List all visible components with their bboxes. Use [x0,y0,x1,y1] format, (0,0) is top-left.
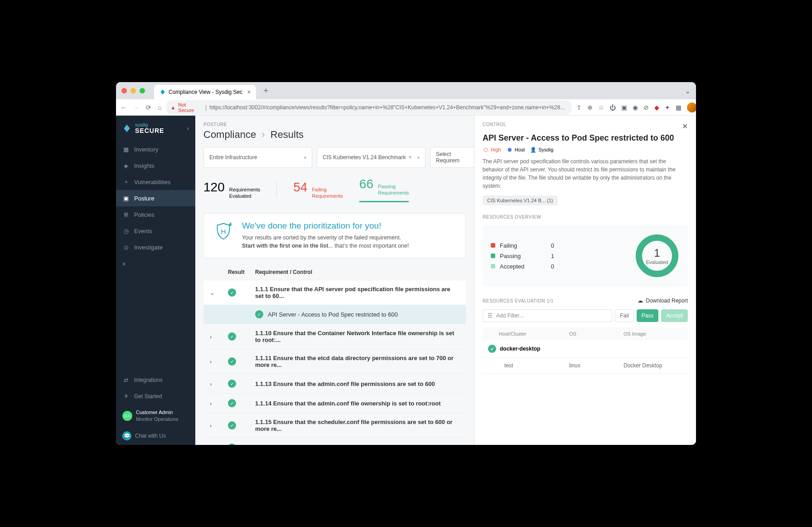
table-row[interactable]: › ✓ 1.1.15 Ensure that the scheduler.con… [203,413,466,438]
expand-icon[interactable]: › [210,333,228,340]
expand-icon[interactable]: › [210,444,228,445]
share-icon[interactable]: ⇧ [576,104,582,111]
resource-type-badge: ⬢Host [507,146,525,153]
table-row[interactable]: › ✓ 1.1.14 Ensure that the admin.conf fi… [203,393,466,413]
forward-icon[interactable]: → [133,104,140,111]
sidebar-item-label: Vulnerabilities [134,179,170,185]
ext3-icon[interactable]: ◉ [633,104,638,111]
sidebar-item-policies[interactable]: ⛨Policies [116,206,195,223]
requirement-text: 1.1.15 Ensure that the scheduler.conf fi… [255,419,459,432]
results-table-head: Result Requirement / Control [203,264,466,280]
zone-filter[interactable]: Entire Infrastructure▾ [203,147,312,168]
sysdig-favicon-icon [160,89,166,95]
install-icon[interactable]: ⊕ [587,104,593,111]
user-sub: Monitor Operations [136,416,179,422]
table-row[interactable]: › ✓ 1.1.13 Ensure that the admin.conf fi… [203,374,466,393]
filter-value: Entire Infrastructure [209,154,257,161]
sidebar-item-label: Get Started [134,393,162,400]
sidebar-item-integrations[interactable]: ⇄Integrations [116,372,195,388]
ext2-icon[interactable]: ▣ [621,104,627,111]
logo[interactable]: sysdig SECURE › [116,116,195,141]
control-subrow[interactable]: ✓ API Server - Access to Pod Spec restri… [203,305,466,324]
sidebar-item-investigate[interactable]: ⊙Investigate [116,239,195,255]
resources-overview: Failing0 Passing1 Accepted0 1Evaluated [483,225,688,287]
sidebar-collapse-icon[interactable]: › [187,125,189,132]
close-window-icon[interactable] [121,88,127,93]
extensions-icon[interactable]: ✦ [665,104,670,111]
download-report-button[interactable]: ☁Download Report [638,298,688,304]
stat-failing[interactable]: 54 FailingRequirements [293,180,343,200]
eval-row[interactable]: ✓docker-desktop [483,340,688,358]
eval-table-head: Host/Cluster OS OS Image [483,327,688,340]
posture-icon: ▣ [122,195,130,202]
collapse-toggle[interactable]: « [116,255,195,272]
table-row[interactable]: ⌄ ✓ 1.1.1 Ensure that the API server pod… [203,280,466,305]
panel-title: API Server - Access to Pod Spec restrict… [483,133,688,143]
expand-icon[interactable]: › [210,381,228,387]
sidebar-item-inventory[interactable]: ▦Inventory [116,141,195,157]
prioritization-banner: H We've done the prioritization for you!… [203,213,466,259]
table-row[interactable]: › ✓ 1.1.16 Ensure that the scheduler.con… [203,438,466,445]
ext6-icon[interactable]: ▦ [676,104,682,111]
expand-icon[interactable]: › [210,400,228,407]
filter-icon: ☰ [488,312,493,319]
policy-chip[interactable]: CIS Kubernetes V1.24 B... (1) [483,195,558,205]
reload-icon[interactable]: ⟳ [146,104,151,111]
browser-tab[interactable]: Compliance View - Sysdig Sec × [154,85,256,99]
window-controls[interactable] [121,88,145,93]
sidebar-item-get-started[interactable]: ⚘Get Started [116,388,195,405]
close-tab-icon[interactable]: × [247,88,251,96]
panel-label: CONTROL [483,122,506,127]
sidebar-item-insights[interactable]: ◈Insights [116,157,195,174]
stat-evaluated: 120 RequirementsEvaluated [203,180,260,200]
requirement-text: 1.1.14 Ensure that the admin.conf file o… [255,400,459,407]
remove-chip-icon[interactable]: × [408,154,411,161]
user-block[interactable]: CA Customer Admin Monitor Operations [116,405,195,427]
policies-icon: ⛨ [122,211,130,218]
sidebar-item-label: Posture [134,195,155,202]
sidebar-item-events[interactable]: ◷Events [116,223,195,239]
eval-subrow[interactable]: test linux Docker Desktop [483,358,688,374]
expand-icon[interactable]: › [210,358,228,365]
ext1-icon[interactable]: ⏻ [609,104,616,111]
sysdig-logo-icon [122,124,131,133]
requirement-filter[interactable]: Select Requirem [430,147,474,168]
filter-fail-button[interactable]: Fail [615,309,633,322]
download-label: Download Report [646,298,688,304]
accepted-dot-icon [491,264,495,268]
back-icon[interactable]: ← [121,104,127,111]
filter-accept-button[interactable]: Accept [661,309,688,322]
table-row[interactable]: › ✓ 1.1.11 Ensure that the etcd data dir… [203,349,466,374]
profile-avatar[interactable] [687,102,696,112]
section-label: POSTURE [203,122,466,127]
overview-section-title: RESOURCES OVERVIEW [483,215,688,220]
sidebar-item-label: Investigate [134,244,163,251]
minimize-window-icon[interactable] [130,88,136,93]
expand-icon[interactable]: › [210,422,228,429]
filter-pass-button[interactable]: Pass [637,309,659,322]
policy-filter[interactable]: CIS Kubernetes V1.24 Benchmark×▾ [317,147,425,168]
ext4-icon[interactable]: ⊘ [643,104,649,111]
home-icon[interactable]: ⌂ [158,104,161,111]
not-secure-icon: ▲ [170,105,175,110]
stats-bar: 120 RequirementsEvaluated 54 FailingRequ… [203,174,466,205]
maximize-window-icon[interactable] [140,88,145,93]
stat-passing[interactable]: 66 PassingRequirements [359,177,409,202]
bookmark-icon[interactable]: ☆ [598,104,604,111]
close-panel-icon[interactable]: ✕ [682,122,688,131]
sidebar-item-vulnerabilities[interactable]: ⚬Vulnerabilities [116,174,195,190]
table-row[interactable]: › ✓ 1.1.10 Ensure that the Container Net… [203,324,466,349]
expand-icon[interactable]: ⌄ [210,289,228,296]
sub-image: Docker Desktop [624,362,682,369]
pass-icon: ✓ [228,399,236,407]
tab-dropdown-icon[interactable]: ⌄ [685,87,691,95]
breadcrumb-compliance[interactable]: Compliance [203,129,256,140]
requirement-text: 1.1.11 Ensure that the etcd data directo… [255,355,459,368]
sidebar-item-posture[interactable]: ▣Posture [116,190,195,206]
url-field[interactable]: ▲ Not Secure | https://localhost:3002/#/… [166,100,572,115]
chat-button[interactable]: 💬 Chat with Us [116,427,195,445]
ext5-icon[interactable]: ◆ [654,104,659,111]
new-tab-button[interactable]: + [263,86,268,96]
insights-icon: ◈ [122,162,130,169]
add-filter-input[interactable]: ☰Add Filter... [483,309,612,322]
